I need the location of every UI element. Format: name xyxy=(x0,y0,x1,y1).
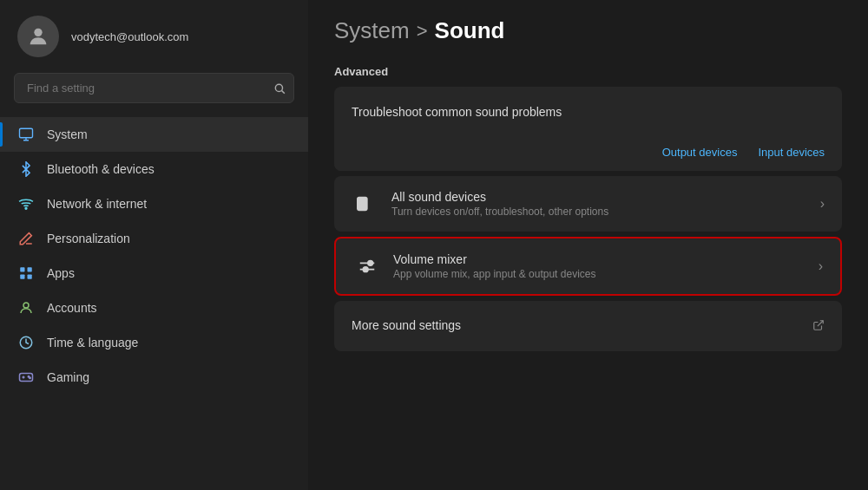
svg-line-2 xyxy=(282,90,285,93)
svg-rect-7 xyxy=(20,275,24,279)
user-section: vodytech@outlook.com xyxy=(0,0,308,73)
troubleshoot-row[interactable]: Troubleshoot common sound problems xyxy=(334,87,842,137)
network-icon xyxy=(17,195,35,212)
svg-point-18 xyxy=(361,205,363,206)
troubleshoot-label: Troubleshoot common sound problems xyxy=(352,105,825,119)
avatar xyxy=(17,16,59,57)
volume-mixer-subtitle: App volume mix, app input & output devic… xyxy=(393,268,810,280)
bluetooth-icon xyxy=(17,160,35,178)
volume-mixer-chevron: › xyxy=(819,258,823,274)
svg-point-21 xyxy=(368,261,373,266)
more-sound-settings-text: More sound settings xyxy=(352,318,804,334)
search-button[interactable] xyxy=(273,82,286,95)
all-sound-devices-subtitle: Turn devices on/off, troubleshoot, other… xyxy=(391,206,812,218)
all-sound-devices-chevron: › xyxy=(820,196,825,212)
svg-rect-3 xyxy=(20,128,33,138)
accounts-icon xyxy=(17,299,35,317)
svg-point-1 xyxy=(275,84,282,91)
breadcrumb-current: Sound xyxy=(435,17,505,44)
sidebar-item-bluetooth[interactable]: Bluetooth & devices xyxy=(0,152,308,186)
apps-icon xyxy=(17,265,35,282)
sidebar-item-accounts[interactable]: Accounts xyxy=(0,291,308,325)
external-link-icon xyxy=(812,319,825,334)
breadcrumb-sep: > xyxy=(417,20,428,42)
svg-point-4 xyxy=(25,207,27,209)
sidebar-label-bluetooth: Bluetooth & devices xyxy=(47,162,155,176)
sidebar-item-apps[interactable]: Apps xyxy=(0,256,308,291)
more-sound-settings-card: More sound settings xyxy=(334,301,842,351)
sidebar-item-system[interactable]: System xyxy=(0,117,308,152)
svg-point-9 xyxy=(23,303,29,308)
gaming-icon xyxy=(17,369,35,386)
sidebar-label-accounts: Accounts xyxy=(47,301,97,315)
system-icon xyxy=(17,126,35,143)
sidebar-label-apps: Apps xyxy=(47,266,75,280)
breadcrumb-parent: System xyxy=(334,17,410,44)
sidebar-item-time[interactable]: Time & language xyxy=(0,325,308,360)
sidebar-item-gaming[interactable]: Gaming xyxy=(0,360,308,395)
all-sound-devices-text: All sound devices Turn devices on/off, t… xyxy=(391,190,812,218)
svg-point-0 xyxy=(34,29,42,36)
svg-line-26 xyxy=(818,320,823,325)
more-sound-settings-title: More sound settings xyxy=(352,318,804,332)
sidebar: vodytech@outlook.com System xyxy=(0,0,308,490)
volume-mixer-text: Volume mixer App volume mix, app input &… xyxy=(393,252,810,280)
main-content: System > Sound Advanced Troubleshoot com… xyxy=(308,0,868,490)
sidebar-item-network[interactable]: Network & internet xyxy=(0,186,308,221)
volume-mixer-title: Volume mixer xyxy=(393,252,810,266)
svg-point-15 xyxy=(30,377,31,379)
search-input[interactable] xyxy=(14,73,294,103)
personalization-icon xyxy=(17,230,35,247)
svg-rect-8 xyxy=(28,275,32,279)
breadcrumb: System > Sound xyxy=(334,17,842,44)
svg-point-24 xyxy=(363,267,368,272)
volume-mixer-card: Volume mixer App volume mix, app input &… xyxy=(334,237,842,296)
svg-rect-5 xyxy=(20,267,24,271)
troubleshoot-card: Troubleshoot common sound problems Outpu… xyxy=(334,87,842,171)
input-devices-link[interactable]: Input devices xyxy=(758,146,825,159)
user-email: vodytech@outlook.com xyxy=(71,30,188,43)
sidebar-item-personalization[interactable]: Personalization xyxy=(0,221,308,256)
all-sound-devices-title: All sound devices xyxy=(391,190,812,204)
all-sound-devices-row[interactable]: All sound devices Turn devices on/off, t… xyxy=(334,176,842,232)
volume-mixer-icon xyxy=(353,252,381,280)
user-icon xyxy=(26,24,50,49)
sidebar-label-personalization: Personalization xyxy=(47,232,130,245)
sidebar-label-network: Network & internet xyxy=(47,197,147,211)
time-icon xyxy=(17,334,35,351)
volume-mixer-row[interactable]: Volume mixer App volume mix, app input &… xyxy=(336,238,840,294)
sidebar-label-gaming: Gaming xyxy=(47,370,89,384)
more-sound-settings-row[interactable]: More sound settings xyxy=(334,301,842,351)
all-sound-devices-card: All sound devices Turn devices on/off, t… xyxy=(334,176,842,232)
nav-list: System Bluetooth & devices Network & in xyxy=(0,114,308,490)
sidebar-label-time: Time & language xyxy=(47,336,138,350)
svg-rect-6 xyxy=(28,267,32,271)
advanced-section-label: Advanced xyxy=(334,65,842,78)
svg-rect-19 xyxy=(360,199,365,202)
output-devices-link[interactable]: Output devices xyxy=(662,146,738,159)
output-input-row: Output devices Input devices xyxy=(334,137,842,171)
speaker-icon xyxy=(352,190,379,218)
search-icon xyxy=(273,82,286,95)
sidebar-label-system: System xyxy=(47,127,88,141)
search-box xyxy=(14,73,294,103)
